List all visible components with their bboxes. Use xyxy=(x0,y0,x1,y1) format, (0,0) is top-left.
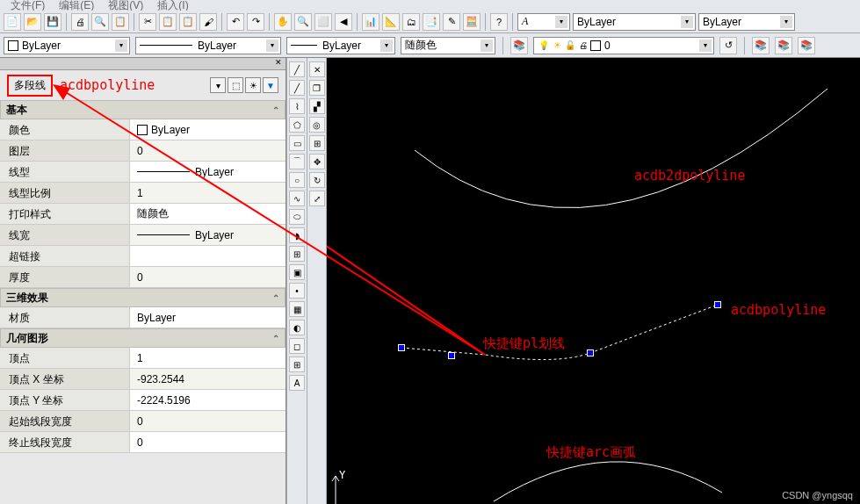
menu-item[interactable]: 视图(V) xyxy=(108,0,143,11)
prop-value[interactable]: ByLayer xyxy=(130,307,285,328)
properties-button[interactable]: 📊 xyxy=(362,13,379,31)
move-tool[interactable]: ✥ xyxy=(309,154,325,169)
ellipsearc-tool[interactable]: ◗ xyxy=(289,227,305,243)
prop-value[interactable]: 0 xyxy=(130,432,285,452)
cut-button[interactable]: ✂ xyxy=(139,13,156,31)
toolpalette-button[interactable]: 🗂 xyxy=(402,13,420,31)
chevron-down-icon[interactable]: ▾ xyxy=(115,40,127,52)
scale-tool[interactable]: ⤢ xyxy=(309,191,325,206)
chevron-down-icon[interactable]: ▾ xyxy=(555,16,567,28)
publish-button[interactable]: 📋 xyxy=(112,13,129,31)
tablestyle-combo[interactable]: ByLayer▾ xyxy=(698,13,795,31)
chevron-down-icon[interactable]: ▾ xyxy=(210,77,226,93)
layer-manager-button[interactable]: 📚 xyxy=(510,37,528,54)
markup-button[interactable]: ✎ xyxy=(443,13,460,31)
layer-combo[interactable]: 💡 ☀ 🔓 🖨 0▾ xyxy=(533,37,714,54)
point-tool[interactable]: • xyxy=(289,283,305,299)
chevron-down-icon[interactable]: ▾ xyxy=(681,16,693,28)
chevron-down-icon[interactable]: ▾ xyxy=(266,40,278,52)
grip-point[interactable] xyxy=(714,301,721,308)
prop-value[interactable]: 0 xyxy=(130,411,285,431)
layer-off-button[interactable]: 📚 xyxy=(775,37,792,54)
section-basic[interactable]: 基本⌃ xyxy=(0,100,285,119)
prop-value[interactable]: 0 xyxy=(130,267,285,287)
insert-tool[interactable]: ⊞ xyxy=(289,246,305,262)
prop-value[interactable]: -923.2544 xyxy=(130,369,285,389)
close-icon[interactable]: ✕ xyxy=(275,58,284,67)
rect-tool[interactable]: ▭ xyxy=(289,135,305,151)
undo-button[interactable]: ↶ xyxy=(227,13,244,31)
color-combo[interactable]: ByLayer▾ xyxy=(4,37,130,54)
lineweight-combo[interactable]: ByLayer▾ xyxy=(286,37,395,54)
layer-prev-button[interactable]: ↺ xyxy=(719,37,737,54)
drawing-canvas[interactable]: acdb2dpolyline acdbpolyline 快捷键pl划线 快捷键a… xyxy=(327,58,860,504)
rotate-tool[interactable]: ↻ xyxy=(309,172,325,188)
pan-button[interactable]: ✋ xyxy=(274,13,292,31)
plotstyle-combo[interactable]: 随颜色▾ xyxy=(401,37,495,54)
quickselect-button[interactable]: ⬚ xyxy=(228,77,243,93)
menu-item[interactable]: 文件(F) xyxy=(11,0,45,11)
arc-tool[interactable]: ⌒ xyxy=(289,154,305,169)
copy-button[interactable]: 📋 xyxy=(159,13,177,31)
line-tool[interactable]: ╱ xyxy=(289,61,305,77)
offset-tool[interactable]: ◎ xyxy=(309,117,325,133)
preview-button[interactable]: 🔍 xyxy=(91,13,109,31)
dimstyle-combo[interactable]: ByLayer▾ xyxy=(573,13,696,31)
textstyle-combo[interactable]: A▾ xyxy=(517,13,570,31)
filter-button[interactable]: ▼ xyxy=(263,77,278,93)
new-button[interactable]: 📄 xyxy=(4,13,21,31)
zoom-prev-button[interactable]: ◀ xyxy=(335,13,352,31)
gradient-tool[interactable]: ◐ xyxy=(289,320,305,335)
prop-value[interactable]: -2224.5196 xyxy=(130,390,285,410)
layer-walk-button[interactable]: 📚 xyxy=(798,37,815,54)
prop-value[interactable]: 1 xyxy=(130,348,285,368)
redo-button[interactable]: ↷ xyxy=(247,13,264,31)
prop-value[interactable]: 0 xyxy=(130,140,285,161)
mirror-tool[interactable]: ▞ xyxy=(309,98,325,114)
print-button[interactable]: 🖨 xyxy=(71,13,89,31)
grip-point[interactable] xyxy=(398,344,405,351)
calc-button[interactable]: 🧮 xyxy=(463,13,481,31)
ellipse-tool[interactable]: ⬭ xyxy=(289,209,305,225)
grip-point[interactable] xyxy=(587,349,594,356)
open-button[interactable]: 📂 xyxy=(24,13,41,31)
pickit-button[interactable]: ☀ xyxy=(245,77,261,93)
spline-tool[interactable]: ∿ xyxy=(289,191,305,206)
match-button[interactable]: 🖌 xyxy=(199,13,217,31)
mtext-tool[interactable]: A xyxy=(289,375,305,391)
chevron-down-icon[interactable]: ▾ xyxy=(481,40,493,52)
prop-value[interactable]: ByLayer xyxy=(130,225,285,245)
block-tool[interactable]: ▣ xyxy=(289,264,305,280)
paste-button[interactable]: 📋 xyxy=(179,13,197,31)
sheetset-button[interactable]: 📑 xyxy=(423,13,440,31)
prop-value[interactable]: ByLayer xyxy=(130,162,285,182)
zoom-win-button[interactable]: ⬜ xyxy=(314,13,332,31)
prop-value[interactable] xyxy=(130,246,285,266)
chevron-down-icon[interactable]: ▾ xyxy=(699,40,712,52)
prop-value[interactable]: 1 xyxy=(130,183,285,203)
hatch-tool[interactable]: ▦ xyxy=(289,301,305,317)
help-button[interactable]: ? xyxy=(490,13,508,31)
section-3dfx[interactable]: 三维效果⌃ xyxy=(0,288,285,307)
zoom-button[interactable]: 🔍 xyxy=(294,13,312,31)
erase-tool[interactable]: ✕ xyxy=(309,61,325,77)
pline-tool[interactable]: ⌇ xyxy=(289,98,305,114)
linetype-combo[interactable]: ByLayer▾ xyxy=(135,37,281,54)
polygon-tool[interactable]: ⬠ xyxy=(289,117,305,133)
region-tool[interactable]: ◻ xyxy=(289,338,305,354)
circle-tool[interactable]: ○ xyxy=(289,172,305,188)
menu-item[interactable]: 插入(I) xyxy=(157,0,188,11)
save-button[interactable]: 💾 xyxy=(44,13,61,31)
prop-value[interactable]: ByLayer xyxy=(130,119,285,140)
table-tool[interactable]: ⊞ xyxy=(289,356,305,372)
menu-item[interactable]: 编辑(E) xyxy=(59,0,94,11)
copy-tool[interactable]: ❐ xyxy=(309,80,325,96)
prop-value[interactable]: 随颜色 xyxy=(130,204,285,224)
section-geom[interactable]: 几何图形⌃ xyxy=(0,328,285,348)
chevron-down-icon[interactable]: ▾ xyxy=(780,16,792,28)
designcenter-button[interactable]: 📐 xyxy=(382,13,400,31)
chevron-down-icon[interactable]: ▾ xyxy=(380,40,393,52)
array-tool[interactable]: ⊞ xyxy=(309,135,325,151)
grip-point[interactable] xyxy=(448,352,455,359)
layer-iso-button[interactable]: 📚 xyxy=(752,37,770,54)
